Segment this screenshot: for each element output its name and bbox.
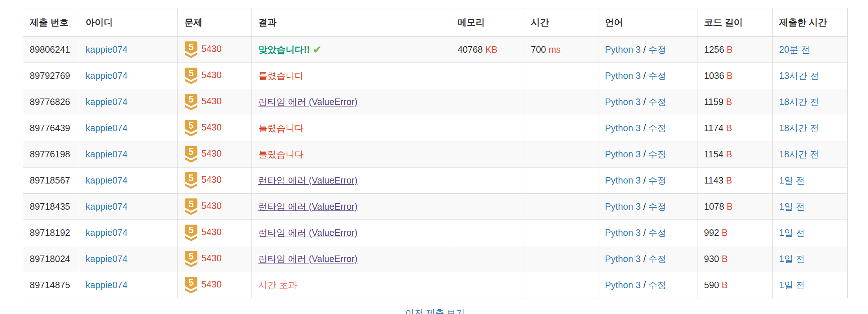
cell-time [524,141,598,168]
result-link[interactable]: 런타임 에러 (ValueError) [258,201,357,212]
result-link[interactable]: 런타임 에러 (ValueError) [258,228,357,238]
svg-text:5: 5 [188,251,193,262]
edit-link[interactable]: 수정 [648,71,667,81]
problem-link[interactable]: 5430 [201,279,222,289]
submission-row: 89776826 kappie074 5 5430 런타임 에러 (ValueE… [23,89,848,115]
problem-link[interactable]: 5430 [201,253,222,263]
cell-memory [451,89,524,115]
cell-code-length: 1159 B [697,89,773,115]
problem-link[interactable]: 5430 [201,227,222,237]
submitted-time-link[interactable]: 1일 전 [779,175,805,185]
tier-badge-gold5-icon[interactable]: 5 [184,277,198,294]
edit-link[interactable]: 수정 [648,175,667,185]
cell-time [524,168,598,194]
user-link[interactable]: kappie074 [86,44,127,55]
cell-code-length: 1256 B [697,37,773,63]
code-length-unit: B [727,201,733,212]
user-link[interactable]: kappie074 [86,228,127,238]
submitted-time-link[interactable]: 1일 전 [779,280,805,290]
submitted-time-link[interactable]: 18시간 전 [779,149,819,159]
edit-link[interactable]: 수정 [648,254,667,264]
submitted-time-link[interactable]: 18시간 전 [779,123,819,133]
submission-row: 89718024 kappie074 5 5430 런타임 에러 (ValueE… [23,246,848,272]
cell-submission-id: 89776439 [23,115,79,141]
tier-badge-gold5-icon[interactable]: 5 [184,120,198,137]
edit-link[interactable]: 수정 [648,149,667,159]
user-link[interactable]: kappie074 [86,280,127,290]
submitted-time-link[interactable]: 20분 전 [779,44,810,55]
submission-row: 89776439 kappie074 5 5430 틀렸습니다 Python 3… [23,115,848,141]
submission-id: 89718024 [30,254,70,264]
edit-link[interactable]: 수정 [648,201,667,212]
svg-text:5: 5 [188,225,193,236]
code-length-unit: B [722,254,728,264]
language-link[interactable]: Python 3 [605,123,641,133]
user-link[interactable]: kappie074 [86,97,127,107]
result-link[interactable]: 런타임 에러 (ValueError) [258,97,357,107]
edit-link[interactable]: 수정 [648,123,667,133]
user-link[interactable]: kappie074 [86,149,127,159]
edit-link[interactable]: 수정 [648,97,667,107]
result-link[interactable]: 런타임 에러 (ValueError) [258,254,357,264]
tier-badge-gold5-icon[interactable]: 5 [184,224,198,241]
language-link[interactable]: Python 3 [605,175,641,185]
cell-time: 700 ms [524,37,598,63]
language-link[interactable]: Python 3 [605,254,641,264]
column-header-language: 언어 [598,8,697,37]
tier-badge-gold5-icon[interactable]: 5 [184,172,198,189]
problem-link[interactable]: 5430 [201,201,222,211]
submitted-time-link[interactable]: 1일 전 [779,254,805,264]
language-link[interactable]: Python 3 [605,280,641,290]
language-link[interactable]: Python 3 [605,97,641,107]
problem-link[interactable]: 5430 [201,122,222,132]
user-link[interactable]: kappie074 [86,175,127,185]
cell-language: Python 3 / 수정 [598,115,697,141]
user-link[interactable]: kappie074 [86,123,127,133]
tier-badge-gold5-icon[interactable]: 5 [184,198,198,215]
cell-result: 틀렸습니다 [252,141,451,168]
user-link[interactable]: kappie074 [86,201,127,212]
tier-badge-gold5-icon[interactable]: 5 [184,146,198,163]
cell-user: kappie074 [79,37,178,63]
cell-code-length: 1154 B [697,141,773,168]
submission-row: 89718567 kappie074 5 5430 런타임 에러 (ValueE… [23,168,848,194]
tier-badge-gold5-icon[interactable]: 5 [184,67,198,84]
problem-link[interactable]: 5430 [201,148,222,158]
language-link[interactable]: Python 3 [605,228,641,238]
language-link[interactable]: Python 3 [605,149,641,159]
code-length-value: 1154 [704,149,724,159]
problem-link[interactable]: 5430 [201,174,222,185]
user-link[interactable]: kappie074 [86,71,127,81]
edit-link[interactable]: 수정 [648,44,667,55]
cell-submitted-time: 1일 전 [773,220,848,246]
submitted-time-link[interactable]: 18시간 전 [779,97,819,107]
language-link[interactable]: Python 3 [605,44,641,55]
submitted-time-link[interactable]: 1일 전 [779,201,805,212]
time-value: 700 [531,44,546,55]
language-link[interactable]: Python 3 [605,71,641,81]
cell-memory [451,115,524,141]
edit-link[interactable]: 수정 [648,228,667,238]
problem-link[interactable]: 5430 [201,96,222,106]
svg-text:5: 5 [188,120,193,131]
tier-badge-gold5-icon[interactable]: 5 [184,250,198,267]
tier-badge-gold5-icon[interactable]: 5 [184,41,198,58]
problem-link[interactable]: 5430 [201,44,222,54]
submitted-time-link[interactable]: 13시간 전 [779,71,819,81]
column-header-submitted-time: 제출한 시간 [773,8,848,37]
edit-link[interactable]: 수정 [648,280,667,290]
column-header-code-length: 코드 길이 [697,8,773,37]
cell-submitted-time: 1일 전 [773,272,848,298]
user-link[interactable]: kappie074 [86,254,127,264]
language-link[interactable]: Python 3 [605,201,641,212]
problem-link[interactable]: 5430 [201,70,222,80]
column-header-memory: 메모리 [451,8,524,37]
time-unit: ms [549,44,561,55]
cell-user: kappie074 [79,141,178,168]
result-link[interactable]: 런타임 에러 (ValueError) [258,175,357,185]
previous-submissions-link[interactable]: 이전 제출 보기 [23,307,847,314]
cell-result: 틀렸습니다 [252,63,451,89]
column-header-problem: 문제 [178,8,252,37]
tier-badge-gold5-icon[interactable]: 5 [184,93,198,110]
submitted-time-link[interactable]: 1일 전 [779,228,805,238]
